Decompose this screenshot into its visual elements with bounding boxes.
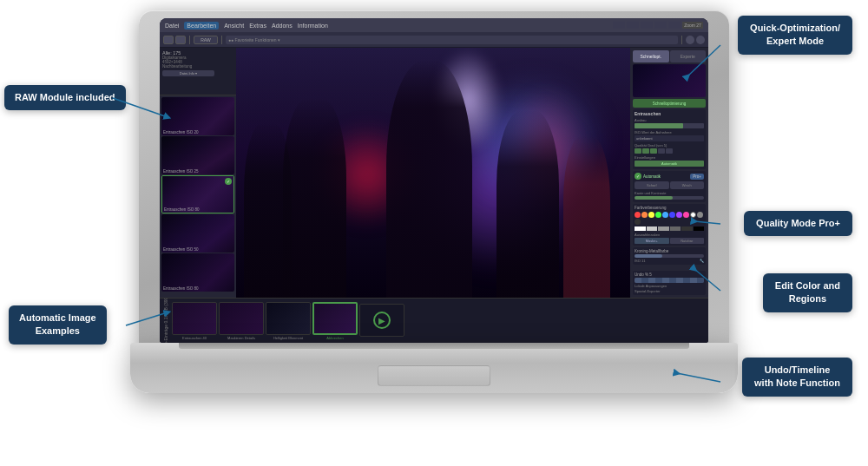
- screen-area: Datei Bearbeiten Ansicht Extras Addons I…: [160, 18, 708, 343]
- callout-raw-module: RAW Module included: [4, 85, 126, 110]
- laptop-base: [130, 343, 738, 393]
- timeline-item-1[interactable]: Maskieren Details: [219, 302, 264, 340]
- panel-kronung-section: Kroning-Metallfarbe ISO 11 🔧: [633, 247, 706, 265]
- panel-local-section: Undo % 5 Lokale Anpassungen Spezial-Expo…: [633, 271, 706, 295]
- menu-bearbeiten[interactable]: Bearbeiten: [184, 22, 219, 30]
- menu-ansicht[interactable]: Ansicht: [224, 23, 244, 29]
- timeline-item-3[interactable]: Abbrechen: [312, 302, 358, 340]
- main-image: [236, 48, 630, 298]
- thumb-item-3[interactable]: Entrauschen ISO 50: [161, 214, 234, 253]
- panel-color-section: Farbverbesserung: [633, 204, 706, 246]
- callout-edit-color: Edit Color andRegions: [763, 273, 852, 312]
- timeline-strip: Timelines - 4 Undo-Einträge 0.17 GB (399…: [160, 298, 708, 343]
- timeline-item-2[interactable]: Helligkeit Blonmont: [266, 302, 311, 340]
- menu-addons[interactable]: Addons: [272, 23, 293, 29]
- left-panel: Alle: 175 Digitalkamera 4592×3448 Nachbe…: [160, 48, 236, 298]
- thumb-item-1[interactable]: Entrauschen ISO 25: [161, 136, 234, 174]
- menu-info[interactable]: Information: [298, 23, 328, 29]
- panel-schnellopt[interactable]: Schnelloptimierung: [633, 99, 706, 108]
- tab-quickopt[interactable]: Schnellopt.: [633, 50, 669, 62]
- laptop-bezel: Datei Bearbeiten Ansicht Extras Addons I…: [139, 10, 729, 349]
- thumb-item-2[interactable]: ✓ Entrauschen ISO 80: [161, 175, 234, 213]
- thumb-item-0[interactable]: Entrauschen ISO 20: [161, 97, 234, 135]
- timeline-item-4[interactable]: ▶: [359, 304, 404, 338]
- panel-preview: [633, 64, 706, 97]
- callout-quick-opt: Quick-Optimization/Expert Mode: [738, 16, 852, 55]
- mode-btn-sharp[interactable]: Scharf: [635, 181, 669, 189]
- panel-tabs: Schnellopt. Experte: [633, 50, 706, 62]
- laptop-container: Datei Bearbeiten Ansicht Extras Addons I…: [0, 0, 868, 466]
- main-content: Alle: 175 Digitalkamera 4592×3448 Nachbe…: [160, 48, 708, 298]
- tab-expert[interactable]: Experte: [670, 50, 707, 62]
- timeline-item-0[interactable]: Entrauschen 40: [172, 302, 217, 340]
- nutzbar-btn[interactable]: Nutzbar: [670, 238, 705, 244]
- mask-btn[interactable]: Maske+: [635, 238, 669, 244]
- panel-denoise-section: Entrauschen Ausbau ISO-Wert der Aufnahme…: [633, 109, 706, 169]
- panel-auto-section: ✓ Automatik Pro+ Scharf Weich Kante und …: [633, 171, 706, 202]
- callout-quality-mode: Quality Mode Pro+: [744, 211, 852, 236]
- menu-datei[interactable]: Datei: [165, 23, 179, 29]
- callout-auto-examples: Automatic ImageExamples: [9, 305, 107, 345]
- mode-btn-weich[interactable]: Weich: [670, 181, 705, 189]
- menu-bar: Datei Bearbeiten Ansicht Extras Addons I…: [160, 18, 708, 32]
- trackpad[interactable]: [378, 365, 490, 386]
- callout-undo-timeline: Undo/Timelinewith Note Function: [742, 358, 852, 397]
- menu-extras[interactable]: Extras: [249, 23, 266, 29]
- thumb-item-4[interactable]: Entrauschen ISO 80: [161, 253, 234, 292]
- right-panel: Schnellopt. Experte Schnelloptimierung E…: [630, 48, 708, 298]
- thumbnail-list: Entrauschen ISO 20 Entrauschen ISO 25 ✓ …: [160, 95, 236, 298]
- toolbar: RAW ●● Favorieite Funktionen ▾: [160, 32, 708, 48]
